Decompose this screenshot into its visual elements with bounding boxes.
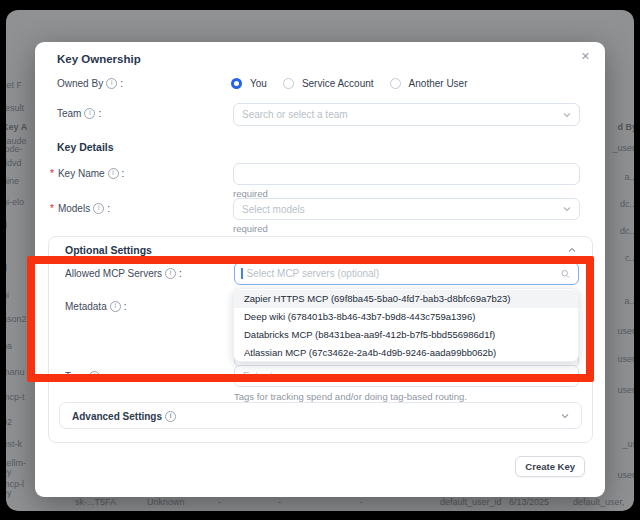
advanced-settings-panel[interactable]: Advanced Settings i	[59, 402, 582, 429]
bg-table-fragment: ni	[6, 290, 9, 300]
bg-table-fragment: dc...	[620, 226, 634, 236]
close-icon[interactable]: ✕	[581, 50, 590, 63]
mcp-servers-label: Allowed MCP Servers i :	[65, 268, 182, 279]
bg-table-fragment: ey	[6, 467, 12, 477]
info-icon: i	[84, 108, 95, 119]
bg-table-fragment: d	[6, 220, 7, 230]
bg-table-fragment: default_user,	[573, 497, 625, 507]
chevron-down-icon	[562, 374, 570, 379]
bg-table-fragment: nine	[6, 176, 19, 186]
models-select[interactable]: Select models	[233, 198, 580, 220]
chevron-up-icon[interactable]	[568, 248, 576, 253]
bg-table-fragment: -	[360, 497, 363, 507]
mcp-dropdown-option[interactable]: Deep wiki (678401b3-8b46-43b7-b9d8-443c7…	[234, 308, 578, 326]
bg-table-fragment: default_user_id	[440, 497, 502, 507]
bg-table-fragment: result	[6, 103, 24, 113]
bg-table-fragment: ni-elo	[6, 197, 24, 207]
bg-table-fragment: user,	[617, 470, 634, 480]
bg-table-fragment: test-k	[6, 439, 22, 449]
bg-table-fragment: user,	[617, 385, 634, 395]
owned-by-label: Owned By i :	[57, 78, 123, 89]
bg-table-fragment: d By	[617, 122, 634, 132]
info-icon: i	[89, 371, 100, 382]
info-icon: i	[93, 203, 104, 214]
advanced-settings-label: Advanced Settings i	[72, 411, 176, 422]
bg-table-fragment: d	[6, 263, 7, 273]
bg-table-fragment: user,	[617, 354, 634, 364]
key-name-input[interactable]	[233, 163, 580, 185]
bg-table-fragment: oa	[6, 341, 12, 351]
mcp-dropdown-option[interactable]: Databricks MCP (b8431bea-aa9f-412b-b7f5-…	[234, 326, 578, 344]
bg-table-fragment: c...	[625, 253, 634, 263]
info-icon: i	[110, 301, 121, 312]
mcp-dropdown-option[interactable]: Zapier HTTPS MCP (69f8ba45-5ba0-4fd7-bab…	[234, 290, 578, 308]
bg-table-fragment: manu	[6, 367, 25, 377]
metadata-label: Metadata i :	[65, 301, 126, 312]
tags-select[interactable]: Enter tags	[234, 365, 579, 387]
create-key-button[interactable]: Create Key	[515, 456, 585, 477]
mcp-servers-input[interactable]: Select MCP servers (optional)	[234, 262, 579, 285]
tags-help-text: Tags for tracking spend and/or doing tag…	[234, 391, 467, 402]
bg-table-fragment: set F	[6, 80, 22, 90]
mcp-dropdown-option[interactable]: Atlassian MCP (67c3462e-2a4b-4d9b-9246-a…	[234, 344, 578, 362]
owned-by-radio-group: You Service Account Another User	[231, 78, 476, 89]
chevron-down-icon	[561, 414, 569, 419]
bg-table-fragment: _us	[622, 439, 634, 449]
bg-table-fragment: mcp-t	[6, 392, 25, 402]
bg-table-fragment: _user,	[612, 143, 634, 153]
radio-service-account-label[interactable]: Service Account	[302, 78, 374, 89]
bg-table-fragment: ddvd	[6, 158, 22, 168]
bg-table-fragment: 6/13/2025	[509, 497, 549, 507]
info-icon: i	[108, 168, 119, 179]
bg-table-fragment: ason2	[6, 314, 27, 324]
radio-another-user-label[interactable]: Another User	[409, 78, 468, 89]
radio-you-label[interactable]: You	[250, 78, 267, 89]
bg-table-fragment: sk-...T5FA	[75, 497, 116, 507]
key-name-label: * Key Name i :	[50, 168, 124, 179]
chevron-down-icon	[563, 112, 571, 117]
key-details-heading: Key Details	[57, 141, 114, 153]
bg-table-fragment: ey	[6, 488, 12, 498]
models-label: * Models i :	[50, 203, 110, 214]
search-icon	[561, 269, 570, 278]
team-select[interactable]: Search or select a team	[233, 103, 580, 126]
team-label: Team i :	[57, 108, 101, 119]
chevron-down-icon	[563, 207, 571, 212]
optional-settings-heading[interactable]: Optional Settings	[65, 244, 152, 256]
info-icon: i	[165, 411, 176, 422]
bg-table-fragment: code-	[6, 144, 23, 154]
text-cursor	[241, 268, 243, 279]
create-key-modal: Key Ownership ✕ Owned By i : You Service…	[35, 42, 605, 497]
bg-table-fragment: o2	[6, 417, 12, 427]
mcp-server-dropdown: Zapier HTTPS MCP (69f8ba45-5ba0-4fd7-bab…	[233, 288, 579, 362]
radio-another-user[interactable]	[390, 78, 401, 89]
models-required-note: required	[233, 223, 268, 234]
bg-table-fragment: Unknown	[147, 497, 185, 507]
info-icon: i	[106, 78, 117, 89]
bg-table-fragment: Key A	[6, 122, 27, 132]
bg-table-fragment: -	[278, 497, 281, 507]
bg-table-fragment: dc...	[620, 199, 634, 209]
modal-title: Key Ownership	[57, 53, 141, 65]
bg-table-fragment: a...	[624, 172, 634, 182]
bg-table-fragment: user,	[617, 326, 634, 336]
info-icon: i	[165, 268, 176, 279]
radio-service-account[interactable]	[283, 78, 294, 89]
tags-label: Tags i :	[65, 371, 106, 382]
bg-table-fragment: a...	[624, 296, 634, 306]
radio-you[interactable]	[231, 78, 242, 89]
bg-table-fragment: -	[218, 497, 221, 507]
